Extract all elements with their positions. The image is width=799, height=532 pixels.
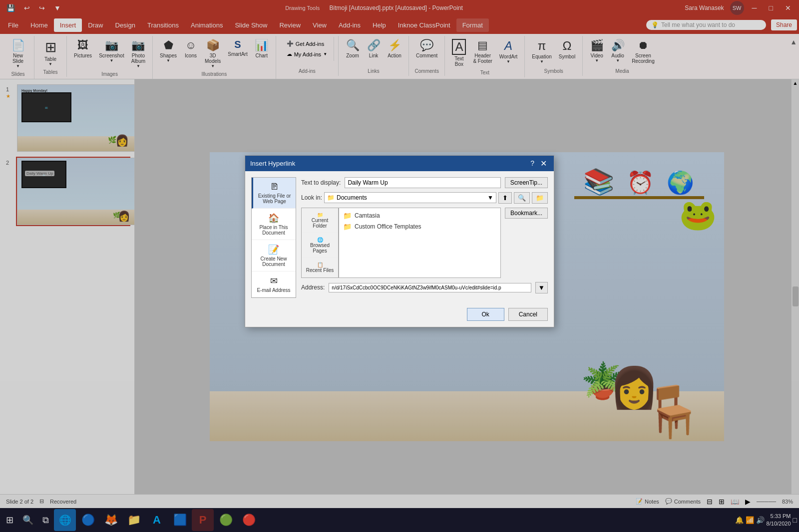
dialog-right-content: Text to display: ScreenTip... Look in: 📁…: [301, 177, 548, 298]
templates-folder-icon: 📁: [343, 223, 352, 231]
existing-file-icon: 🖹: [270, 182, 279, 192]
insert-hyperlink-dialog: Insert Hyperlink ? ✕ 🖹 Existing File orW…: [245, 155, 554, 327]
dialog-footer: Ok Cancel: [245, 304, 554, 327]
dialog-close-btn[interactable]: ✕: [538, 159, 549, 168]
look-in-combo[interactable]: 📁 Documents ▼: [324, 192, 496, 203]
new-folder-btn[interactable]: 📁: [532, 192, 548, 204]
address-dropdown-btn[interactable]: ▼: [535, 282, 548, 293]
cancel-btn[interactable]: Cancel: [508, 308, 548, 321]
dialog-left-nav: 🖹 Existing File orWeb Page 🏠 Place in Th…: [251, 177, 296, 298]
sub-nav-browsed-pages[interactable]: 🌐 BrowsedPages: [302, 233, 338, 258]
address-row: Address: ▼: [301, 282, 548, 293]
dialog-overlay: Insert Hyperlink ? ✕ 🖹 Existing File orW…: [0, 0, 799, 532]
sub-nav-current-folder[interactable]: 📁 CurrentFolder: [302, 208, 338, 233]
look-in-label: Look in:: [301, 194, 322, 201]
combo-dropdown-icon: ▼: [487, 194, 493, 201]
browsed-pages-icon: 🌐: [317, 237, 323, 243]
sub-nav-recent-files[interactable]: 📋 Recent Files: [302, 258, 338, 277]
sub-nav: 📁 CurrentFolder 🌐 BrowsedPages 📋 Recent …: [301, 208, 339, 278]
nav-existing-file[interactable]: 🖹 Existing File orWeb Page: [252, 178, 296, 209]
ok-btn[interactable]: Ok: [467, 308, 504, 321]
address-label: Address:: [301, 284, 325, 291]
dialog-title-bar: Insert Hyperlink ? ✕: [245, 156, 554, 171]
screentip-btn[interactable]: ScreenTip...: [505, 177, 548, 188]
bookmark-section: Bookmark...: [501, 208, 548, 278]
place-in-doc-icon: 🏠: [268, 213, 279, 224]
file-list-section: 📁 Camtasia 📁 Custom Office Templates: [339, 208, 501, 278]
camtasia-label: Camtasia: [355, 212, 380, 219]
folder-icon: 📁: [327, 194, 335, 201]
nav-create-new[interactable]: 📝 Create NewDocument: [252, 240, 296, 271]
nav-place-in-doc[interactable]: 🏠 Place in ThisDocument: [252, 209, 296, 240]
camtasia-folder-icon: 📁: [343, 212, 352, 220]
text-display-label: Text to display:: [301, 179, 341, 186]
nav-up-btn[interactable]: ⬆: [498, 192, 512, 204]
templates-label: Custom Office Templates: [355, 223, 421, 230]
email-icon: ✉: [270, 275, 278, 286]
file-item-custom-templates[interactable]: 📁 Custom Office Templates: [341, 221, 498, 232]
text-display-row: Text to display: ScreenTip...: [301, 177, 548, 188]
middle-section: 📁 CurrentFolder 🌐 BrowsedPages 📋 Recent …: [301, 208, 548, 278]
file-list: 📁 Camtasia 📁 Custom Office Templates: [339, 208, 501, 278]
search-web-btn[interactable]: 🔍: [514, 192, 530, 204]
look-in-row: Look in: 📁 Documents ▼ ⬆ 🔍 📁: [301, 192, 548, 204]
text-display-input[interactable]: [345, 177, 500, 188]
dialog-help-btn[interactable]: ?: [528, 159, 536, 168]
look-in-value: Documents: [337, 194, 367, 201]
dialog-title: Insert Hyperlink: [250, 160, 295, 167]
nav-email[interactable]: ✉ E-mail Address: [252, 271, 296, 297]
recent-files-icon: 📋: [317, 262, 323, 267]
dialog-body: 🖹 Existing File orWeb Page 🏠 Place in Th…: [245, 171, 554, 304]
address-input[interactable]: [329, 283, 531, 292]
file-item-camtasia[interactable]: 📁 Camtasia: [341, 210, 498, 221]
current-folder-icon: 📁: [317, 212, 323, 218]
bookmark-btn[interactable]: Bookmark...: [505, 208, 548, 219]
create-new-icon: 📝: [268, 244, 279, 255]
